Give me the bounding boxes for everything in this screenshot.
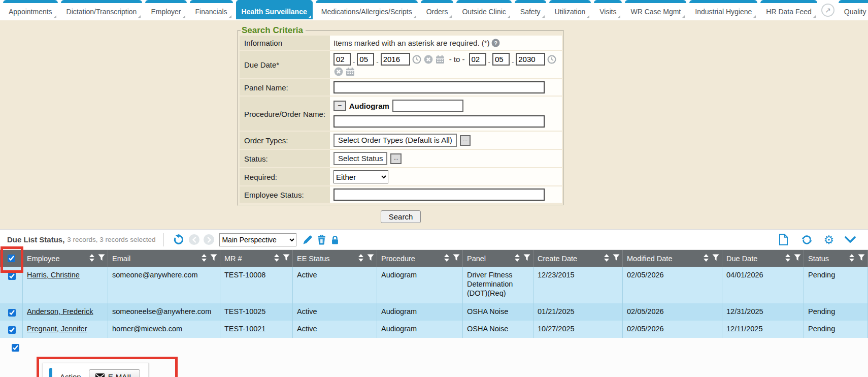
due-from-month-input[interactable] (333, 53, 351, 66)
tab-utilization[interactable]: Utilization (549, 0, 591, 19)
table-row: Harris, Christinesomeone@anywhere.comTES… (0, 267, 868, 303)
filter-funnel-icon[interactable] (523, 254, 530, 263)
page-prev-icon[interactable] (189, 234, 199, 245)
arrow-up-right-circle-icon[interactable]: ↗ (821, 4, 834, 17)
page-next-icon[interactable] (204, 234, 214, 245)
sort-icon[interactable] (358, 254, 364, 263)
tab-industrial-hygiene[interactable]: Industrial Hygiene (689, 0, 757, 19)
help-icon[interactable]: ? (491, 39, 500, 47)
due-to-year-input[interactable] (516, 53, 545, 66)
tab-appointments[interactable]: Appointments (3, 0, 58, 19)
lock-icon[interactable] (330, 235, 340, 245)
filter-funnel-icon[interactable] (712, 254, 719, 263)
perspective-select[interactable]: Main Perspective (219, 233, 296, 246)
sort-icon[interactable] (201, 254, 207, 263)
tab-orders[interactable]: Orders (421, 0, 454, 19)
footer-select-all-checkbox[interactable] (12, 344, 19, 352)
filter-funnel-icon[interactable] (367, 254, 374, 263)
sort-icon[interactable] (849, 254, 855, 263)
filter-funnel-icon[interactable] (210, 254, 217, 263)
clock-icon[interactable] (547, 55, 556, 64)
column-header-due-date[interactable]: Due Date (722, 250, 804, 267)
tab-health-surveillance[interactable]: Health Surveillance (236, 0, 313, 19)
column-header-email[interactable]: Email (108, 250, 220, 267)
toolbar-divider (163, 233, 164, 246)
calendar-icon[interactable] (436, 55, 445, 64)
new-document-icon[interactable] (779, 234, 788, 245)
row-checkbox[interactable] (8, 309, 16, 317)
tab-dictation-transcription[interactable]: Dictation/Transcription (61, 0, 143, 19)
search-button[interactable]: Search (381, 210, 421, 223)
tab-employer[interactable]: Employer (145, 0, 186, 19)
sort-icon[interactable] (514, 254, 520, 263)
clock-icon[interactable] (412, 55, 421, 64)
column-header-status[interactable]: Status (804, 250, 868, 267)
sort-icon[interactable] (785, 254, 791, 263)
edit-pencil-icon[interactable] (303, 235, 313, 245)
panel-name-input[interactable] (333, 81, 545, 93)
grid-title: Due List Status, (7, 235, 64, 244)
column-header-ee-status[interactable]: EE Status (293, 250, 377, 267)
filter-funnel-icon[interactable] (453, 254, 460, 263)
procedure-search-input[interactable] (333, 115, 545, 128)
tab-medications-allergies-scripts[interactable]: Medications/Allergies/Scripts (316, 0, 418, 19)
tab-outside-clinic[interactable]: Outside Clinic (456, 0, 511, 19)
filter-funnel-icon[interactable] (613, 254, 620, 263)
select-all-checkbox[interactable] (8, 255, 15, 262)
clear-x-icon[interactable] (334, 67, 343, 76)
search-criteria-section: Search Criteria Information Items marked… (238, 25, 564, 223)
table-footer (0, 338, 868, 355)
information-text: Items marked with an asterisk are requir… (333, 39, 490, 47)
filter-funnel-icon[interactable] (858, 254, 865, 263)
delete-trash-icon[interactable] (317, 235, 326, 245)
column-header-employee[interactable]: Employee (23, 250, 108, 267)
due-from-day-input[interactable] (357, 53, 374, 66)
employee-link[interactable]: Harris, Christine (27, 271, 80, 279)
sort-icon[interactable] (444, 254, 450, 263)
filter-funnel-icon[interactable] (98, 254, 105, 263)
column-header-procedure[interactable]: Procedure (377, 250, 463, 267)
employee-status-input[interactable] (333, 188, 545, 201)
undo-icon[interactable] (173, 234, 185, 245)
row-checkbox[interactable] (8, 326, 16, 334)
sort-icon[interactable] (274, 254, 280, 263)
row-checkbox[interactable] (8, 272, 16, 280)
email-button[interactable]: E-MAIL (89, 369, 140, 377)
tab-safety[interactable]: Safety (515, 0, 546, 19)
status-value: Select Status ... (330, 150, 562, 168)
procedure-detail-input[interactable] (392, 100, 463, 112)
employee-link[interactable]: Pregnant, Jennifer (27, 325, 87, 333)
column-header-mr[interactable]: MR # (220, 250, 293, 267)
due-to-day-input[interactable] (492, 53, 510, 66)
employee-link[interactable]: Anderson, Frederick (27, 307, 93, 316)
order-types-browse-button[interactable]: ... (460, 135, 471, 146)
cell-status: Pending (804, 321, 868, 338)
due-to-month-input[interactable] (469, 53, 486, 66)
tab-financials[interactable]: Financials (190, 0, 233, 19)
settings-gear-icon[interactable]: ⚙ (823, 235, 834, 245)
tab-wr-case-mgmt[interactable]: WR Case Mgmt (625, 0, 686, 19)
row-select-cell (0, 303, 23, 321)
cell-due-date: 04/01/2026 (722, 267, 804, 303)
status-browse-button[interactable]: ... (390, 153, 401, 164)
calendar-icon[interactable] (346, 67, 355, 76)
refresh-icon[interactable] (801, 234, 813, 245)
tab-quality-of[interactable]: Quality of (839, 0, 868, 19)
sort-icon[interactable] (89, 254, 95, 263)
column-header-panel[interactable]: Panel (463, 250, 533, 267)
filter-funnel-icon[interactable] (794, 254, 801, 263)
tab-hr-data-feed[interactable]: HR Data Feed (760, 0, 817, 19)
tab-visits[interactable]: Visits (594, 0, 622, 19)
remove-procedure-button[interactable]: – (333, 101, 346, 111)
required-select[interactable]: Either (333, 170, 388, 183)
column-header-modified-date[interactable]: Modified Date (623, 250, 722, 267)
sort-icon[interactable] (703, 254, 709, 263)
column-header-create-date[interactable]: Create Date (533, 250, 623, 267)
chevron-down-icon[interactable] (845, 236, 856, 243)
due-from-year-input[interactable] (381, 53, 410, 66)
sort-icon[interactable] (604, 254, 610, 263)
clear-x-icon[interactable] (424, 55, 433, 64)
filter-funnel-icon[interactable] (283, 254, 290, 263)
cell-mr: TEST-10008 (220, 267, 293, 303)
column-label: Employee (27, 255, 59, 263)
